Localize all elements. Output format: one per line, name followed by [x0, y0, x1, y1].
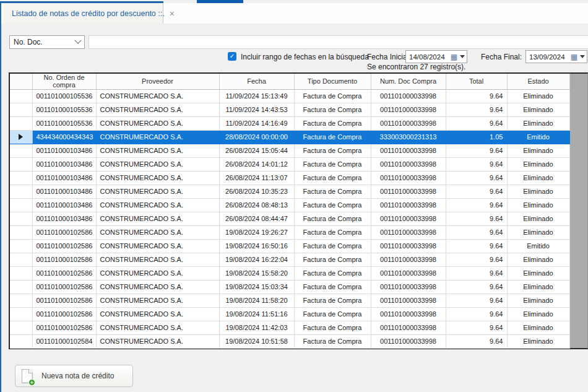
cell-tipo: Factura de Compra — [294, 225, 371, 239]
cell-num_doc: 001101000033998 — [371, 157, 446, 171]
cell-tipo: Factura de Compra — [294, 212, 371, 225]
row-indicator-cell — [10, 280, 32, 294]
table-row[interactable]: 001101000102586CONSTRUMERCADO S.A.19/08/… — [10, 266, 569, 280]
cell-proveedor: CONSTRUMERCADO S.A. — [96, 294, 219, 307]
cell-fecha: 26/08/2024 14:01:12 — [219, 157, 294, 171]
search-input[interactable] — [89, 35, 588, 49]
table-row[interactable]: 001101000102586CONSTRUMERCADO S.A.19/08/… — [10, 294, 569, 307]
cell-total: 9.64 — [446, 294, 507, 307]
table-row[interactable]: 001101000103486CONSTRUMERCADO S.A.26/08/… — [10, 185, 569, 198]
cell-num_doc: 001101000033998 — [371, 253, 446, 266]
table-row[interactable]: 001101000102586CONSTRUMERCADO S.A.19/08/… — [10, 239, 569, 253]
cell-orden: 001101000105536 — [32, 103, 96, 116]
close-icon[interactable]: × — [170, 9, 175, 18]
table-row[interactable]: 001101000105536CONSTRUMERCADO S.A.11/09/… — [10, 103, 569, 116]
cell-tipo: Factura de Compra — [294, 116, 371, 130]
row-indicator-cell — [10, 225, 32, 239]
column-header[interactable]: Tipo Documento — [294, 74, 371, 89]
fecha-inicial-label: Fecha Inicial: — [367, 53, 411, 61]
cell-num_doc: 001101000033998 — [371, 321, 446, 334]
dropdown-arrow-icon[interactable] — [580, 55, 585, 58]
table-row[interactable]: 001101000102586CONSTRUMERCADO S.A.19/08/… — [10, 253, 569, 266]
cell-estado: Eliminado — [507, 307, 569, 321]
table-row[interactable]: 001101000103486CONSTRUMERCADO S.A.26/08/… — [10, 198, 569, 212]
add-plus-badge-icon: + — [28, 379, 35, 386]
cell-fecha: 11/09/2024 14:16:49 — [219, 116, 294, 130]
column-header[interactable]: Estado — [507, 74, 569, 89]
selected-row-arrow-icon — [19, 134, 23, 140]
column-header[interactable]: Num. Doc Compra — [371, 74, 446, 89]
cell-proveedor: CONSTRUMERCADO S.A. — [96, 130, 219, 144]
cell-num_doc: 001101000033998 — [371, 171, 446, 185]
cell-proveedor: CONSTRUMERCADO S.A. — [96, 266, 219, 280]
cell-proveedor: CONSTRUMERCADO S.A. — [96, 334, 219, 348]
table-row[interactable]: 001101000102584CONSTRUMERCADO S.A.19/08/… — [10, 334, 569, 348]
cell-total: 9.64 — [446, 103, 507, 116]
dropdown-arrow-icon[interactable] — [460, 55, 465, 58]
table-row[interactable]: 001101000102586CONSTRUMERCADO S.A.19/08/… — [10, 321, 569, 334]
tab-strip: Listado de notas de crédito por descuent… — [1, 3, 588, 24]
cell-total: 9.64 — [446, 307, 507, 321]
table-row[interactable]: 434434000434343CONSTRUMERCADO S.A.28/08/… — [10, 130, 569, 144]
table-row[interactable]: 001101000103486CONSTRUMERCADO S.A.26/08/… — [10, 144, 569, 157]
table-row[interactable]: 001101000103486CONSTRUMERCADO S.A.26/08/… — [10, 171, 569, 185]
cell-total: 9.64 — [446, 225, 507, 239]
cell-tipo: Factura de Compra — [294, 89, 371, 103]
cell-fecha: 26/08/2024 11:13:07 — [219, 171, 294, 185]
table-row[interactable]: 001101000102586CONSTRUMERCADO S.A.19/08/… — [10, 225, 569, 239]
search-field-selector-value: No. Doc. — [14, 38, 76, 46]
row-indicator-cell — [10, 321, 32, 334]
new-credit-note-button[interactable]: + Nueva nota de crédito — [15, 365, 133, 387]
cell-orden: 001101000102586 — [32, 321, 96, 334]
table-row[interactable]: 001101000102586CONSTRUMERCADO S.A.19/08/… — [10, 307, 569, 321]
table-row[interactable]: 001101000105536CONSTRUMERCADO S.A.11/09/… — [10, 89, 569, 103]
cell-num_doc: 001101000033998 — [371, 198, 446, 212]
table-row[interactable]: 001101000103486CONSTRUMERCADO S.A.26/08/… — [10, 212, 569, 225]
row-indicator-cell — [10, 239, 32, 253]
cell-estado: Eliminado — [507, 294, 569, 307]
cell-estado: Eliminado — [507, 116, 569, 130]
cell-orden: 001101000103486 — [32, 171, 96, 185]
cell-fecha: 11/09/2024 14:43:53 — [219, 103, 294, 116]
cell-total: 9.64 — [446, 144, 507, 157]
cell-fecha: 26/08/2024 08:48:13 — [219, 198, 294, 212]
row-indicator-cell — [10, 130, 32, 144]
cell-orden: 001101000102586 — [32, 239, 96, 253]
cell-orden: 001101000103486 — [32, 144, 96, 157]
row-indicator-cell — [10, 185, 32, 198]
cell-total: 9.64 — [446, 116, 507, 130]
table-row[interactable]: 001101000102586CONSTRUMERCADO S.A.19/08/… — [10, 280, 569, 294]
row-indicator-cell — [10, 266, 32, 280]
table-row[interactable]: 001101000105536CONSTRUMERCADO S.A.11/09/… — [10, 116, 569, 130]
fecha-inicial-editor[interactable]: 14/08/2024 ▦ — [405, 50, 467, 63]
fecha-final-editor[interactable]: 13/09/2024 ▦ — [525, 50, 587, 63]
row-indicator-cell — [10, 144, 32, 157]
cell-estado: Eliminado — [507, 334, 569, 348]
include-dates-label: Incluir rango de fechas en la búsqueda — [241, 53, 369, 61]
cell-fecha: 26/08/2024 08:44:47 — [219, 212, 294, 225]
column-header[interactable]: Total — [446, 74, 507, 89]
cell-proveedor: CONSTRUMERCADO S.A. — [96, 157, 219, 171]
search-field-selector[interactable]: No. Doc. — [9, 35, 85, 49]
cell-estado: Eliminado — [507, 280, 569, 294]
column-header[interactable]: Fecha — [219, 74, 294, 89]
cell-num_doc: 001101000033998 — [371, 212, 446, 225]
cell-num_doc: 001101000033998 — [371, 225, 446, 239]
cell-fecha: 19/08/2024 15:58:20 — [219, 266, 294, 280]
cell-tipo: Factura de Compra — [294, 144, 371, 157]
cell-proveedor: CONSTRUMERCADO S.A. — [96, 253, 219, 266]
cell-num_doc: 001101000033998 — [371, 307, 446, 321]
column-header[interactable]: Proveedor — [96, 74, 219, 89]
row-indicator-cell — [10, 334, 32, 348]
row-indicator-cell — [10, 307, 32, 321]
cell-estado: Eliminado — [507, 89, 569, 103]
table-row[interactable]: 001101000103486CONSTRUMERCADO S.A.26/08/… — [10, 157, 569, 171]
tab-listado-notas-credito[interactable]: Listado de notas de crédito por descuent… — [3, 3, 163, 24]
cell-estado: Eliminado — [507, 144, 569, 157]
cell-total: 9.64 — [446, 171, 507, 185]
include-dates-checkbox[interactable]: ✓ — [228, 52, 236, 61]
column-header[interactable]: No. Orden de compra — [32, 74, 96, 89]
cell-proveedor: CONSTRUMERCADO S.A. — [96, 116, 219, 130]
results-grid: No. Orden de compraProveedorFechaTipo Do… — [9, 72, 588, 349]
cell-proveedor: CONSTRUMERCADO S.A. — [96, 198, 219, 212]
